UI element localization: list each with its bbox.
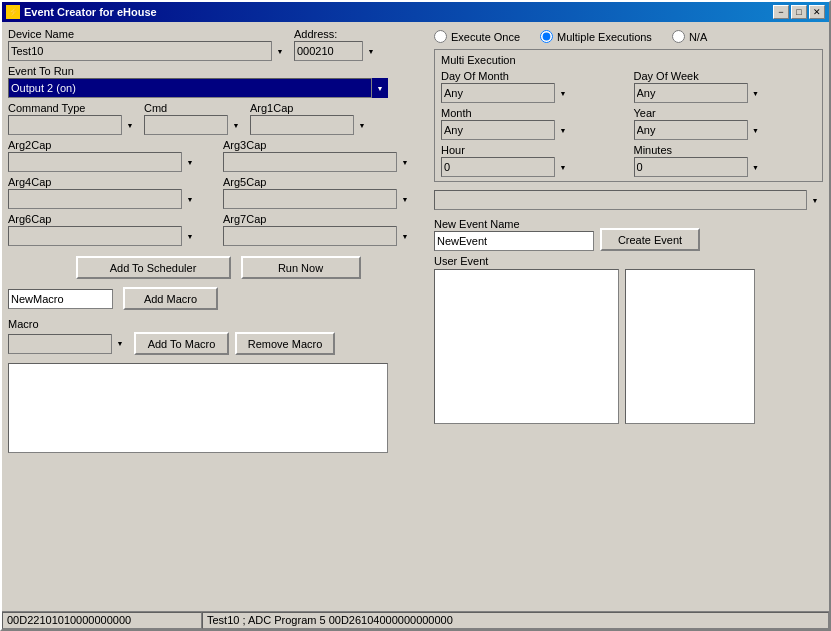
add-macro-button[interactable]: Add Macro xyxy=(123,287,218,310)
user-event-label: User Event xyxy=(434,255,488,267)
address-select[interactable]: 000210 xyxy=(294,41,379,61)
arg5cap-group: Arg5Cap ▼ xyxy=(223,176,428,209)
close-button[interactable]: ✕ xyxy=(809,5,825,19)
multi-exec-grid: Day Of Month Any ▼ Day Of Week xyxy=(441,70,816,177)
macro-textarea[interactable] xyxy=(8,363,388,453)
arg1cap-label: Arg1Cap xyxy=(250,102,370,114)
new-event-name-label: New Event Name xyxy=(434,218,594,230)
year-select[interactable]: Any xyxy=(634,120,764,140)
user-event-section: User Event xyxy=(434,255,823,424)
title-buttons: − □ ✕ xyxy=(773,5,825,19)
na-radio-group: N/A xyxy=(672,30,707,43)
multi-execution-label: Multi Execution xyxy=(441,54,816,66)
device-address-row: Device Name Test10 ▼ Address: 000210 xyxy=(8,28,428,61)
na-radio[interactable] xyxy=(672,30,685,43)
arg6cap-group: Arg6Cap ▼ xyxy=(8,213,213,246)
arg6cap-label: Arg6Cap xyxy=(8,213,213,225)
device-name-group: Device Name Test10 ▼ xyxy=(8,28,288,61)
cmd-group: Cmd ▼ xyxy=(144,102,244,135)
extra-select[interactable] xyxy=(434,190,823,210)
arg3cap-label: Arg3Cap xyxy=(223,139,428,151)
execute-once-label: Execute Once xyxy=(451,31,520,43)
maximize-button[interactable]: □ xyxy=(791,5,807,19)
status-left: 00D22101010000000000 xyxy=(2,612,202,629)
arg4cap-select[interactable] xyxy=(8,189,198,209)
add-to-macro-button[interactable]: Add To Macro xyxy=(134,332,229,355)
month-select[interactable]: Any xyxy=(441,120,571,140)
arg1cap-group: Arg1Cap ▼ xyxy=(250,102,370,135)
address-group: Address: 000210 ▼ xyxy=(294,28,379,61)
macro-area: Macro ▼ Add To Macro Remove Macro xyxy=(8,318,428,355)
arg5cap-select[interactable] xyxy=(223,189,413,209)
create-event-button[interactable]: Create Event xyxy=(600,228,700,251)
arg2cap-select[interactable] xyxy=(8,152,198,172)
title-bar: ⚡ Event Creator for eHouse − □ ✕ xyxy=(2,2,829,22)
arg1cap-select[interactable] xyxy=(250,115,370,135)
minutes-group: Minutes 0 ▼ xyxy=(634,144,817,177)
day-of-month-label: Day Of Month xyxy=(441,70,624,82)
arg67-row: Arg6Cap ▼ Arg7Cap xyxy=(8,213,428,246)
arg2cap-group: Arg2Cap ▼ xyxy=(8,139,213,172)
arg4cap-label: Arg4Cap xyxy=(8,176,213,188)
new-event-row: New Event Name Create Event xyxy=(434,218,823,251)
macro-label: Macro xyxy=(8,318,39,330)
event-to-run-group: Event To Run Output 2 (on) ▼ xyxy=(8,65,428,98)
day-of-month-select[interactable]: Any xyxy=(441,83,571,103)
device-name-select[interactable]: Test10 xyxy=(8,41,288,61)
arg6cap-select[interactable] xyxy=(8,226,198,246)
new-event-name-input[interactable] xyxy=(434,231,594,251)
hour-select[interactable]: 0 xyxy=(441,157,571,177)
arg7cap-group: Arg7Cap ▼ xyxy=(223,213,428,246)
left-panel: Device Name Test10 ▼ Address: 000210 xyxy=(8,28,428,605)
arg45-row: Arg4Cap ▼ Arg5Cap xyxy=(8,176,428,209)
day-of-month-group: Day Of Month Any ▼ xyxy=(441,70,624,103)
new-event-name-group: New Event Name xyxy=(434,218,594,251)
multi-execution-box: Multi Execution Day Of Month Any ▼ xyxy=(434,49,823,182)
title-bar-left: ⚡ Event Creator for eHouse xyxy=(6,5,157,19)
arg5cap-label: Arg5Cap xyxy=(223,176,428,188)
main-window: ⚡ Event Creator for eHouse − □ ✕ Device … xyxy=(0,0,831,631)
minutes-select[interactable]: 0 xyxy=(634,157,764,177)
macro-controls: ▼ Add To Macro Remove Macro xyxy=(8,332,428,355)
execute-once-radio[interactable] xyxy=(434,30,447,43)
day-of-week-select[interactable]: Any xyxy=(634,83,764,103)
cmd-select[interactable] xyxy=(144,115,244,135)
content-area: Device Name Test10 ▼ Address: 000210 xyxy=(2,22,829,611)
user-event-textarea-right[interactable] xyxy=(625,269,755,424)
user-event-area xyxy=(434,269,823,424)
arg4cap-group: Arg4Cap ▼ xyxy=(8,176,213,209)
user-event-textarea-left[interactable] xyxy=(434,269,619,424)
remove-macro-button[interactable]: Remove Macro xyxy=(235,332,335,355)
add-to-scheduler-button[interactable]: Add To Scheduler xyxy=(76,256,231,279)
status-bar: 00D22101010000000000 Test10 ; ADC Progra… xyxy=(2,611,829,629)
right-panel: Execute Once Multiple Executions N/A Mul… xyxy=(434,28,823,605)
hour-group: Hour 0 ▼ xyxy=(441,144,624,177)
window-icon: ⚡ xyxy=(6,5,20,19)
minimize-button[interactable]: − xyxy=(773,5,789,19)
arg23-row: Arg2Cap ▼ Arg3Cap xyxy=(8,139,428,172)
run-now-button[interactable]: Run Now xyxy=(241,256,361,279)
cmd-row: Command Type ▼ Cmd xyxy=(8,102,428,135)
month-label: Month xyxy=(441,107,624,119)
arg7cap-select[interactable] xyxy=(223,226,413,246)
command-type-group: Command Type ▼ xyxy=(8,102,138,135)
multiple-executions-radio[interactable] xyxy=(540,30,553,43)
arg7cap-label: Arg7Cap xyxy=(223,213,428,225)
arg2cap-label: Arg2Cap xyxy=(8,139,213,151)
command-type-select[interactable] xyxy=(8,115,138,135)
year-group: Year Any ▼ xyxy=(634,107,817,140)
cmd-label: Cmd xyxy=(144,102,244,114)
new-macro-input[interactable] xyxy=(8,289,113,309)
event-to-run-select[interactable]: Output 2 (on) xyxy=(8,78,388,98)
year-label: Year xyxy=(634,107,817,119)
main-area: Device Name Test10 ▼ Address: 000210 xyxy=(8,28,823,605)
day-of-week-group: Day Of Week Any ▼ xyxy=(634,70,817,103)
address-label: Address: xyxy=(294,28,379,40)
window-title: Event Creator for eHouse xyxy=(24,6,157,18)
status-right: Test10 ; ADC Program 5 00D26104000000000… xyxy=(202,612,829,629)
extra-dropdown-group: ▼ xyxy=(434,190,823,210)
month-group: Month Any ▼ xyxy=(441,107,624,140)
arg3cap-select[interactable] xyxy=(223,152,413,172)
macro-select[interactable] xyxy=(8,334,128,354)
execution-mode-section: Execute Once Multiple Executions N/A xyxy=(434,28,823,45)
